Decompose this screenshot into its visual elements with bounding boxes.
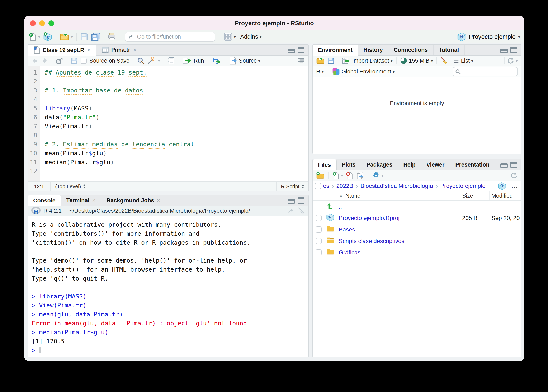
tab-plots[interactable]: Plots xyxy=(337,160,361,170)
breadcrumb-more-button[interactable]: ... xyxy=(508,181,521,191)
column-header-name[interactable]: ▲ Name xyxy=(336,191,461,200)
delete-file-icon[interactable] xyxy=(346,172,353,179)
select-all-checkbox[interactable] xyxy=(315,183,321,189)
print-button[interactable] xyxy=(108,33,116,41)
file-name-link[interactable]: Bases xyxy=(339,226,355,233)
project-caret-icon[interactable]: ▾ xyxy=(518,35,520,39)
minimize-pane-icon[interactable] xyxy=(500,49,508,53)
import-dataset-caret-icon[interactable]: ▾ xyxy=(391,59,393,63)
compile-report-icon[interactable] xyxy=(167,57,175,64)
refresh-files-icon[interactable] xyxy=(510,172,518,179)
files-more-button[interactable]: ▾ xyxy=(372,172,384,180)
new-file-button[interactable]: ▾ xyxy=(28,33,40,41)
file-row-proyecto-ejemplo-rproj[interactable]: RProyecto ejemplo.Rproj205 BSep 20, 20 xyxy=(313,212,521,224)
save-button[interactable] xyxy=(80,33,88,41)
tab-packages[interactable]: Packages xyxy=(361,160,398,170)
tab-terminal[interactable]: Terminal× xyxy=(61,195,101,206)
tab-help[interactable]: Help xyxy=(398,160,421,170)
tab-connections[interactable]: Connections xyxy=(388,45,434,55)
refresh-caret-icon[interactable]: ▾ xyxy=(516,59,518,63)
run-button[interactable]: Run xyxy=(183,57,204,65)
file-row-gr-ficas[interactable]: Gráficas xyxy=(313,247,521,258)
project-menu[interactable]: R Proyecto ejemplo ▾ xyxy=(457,32,520,42)
language-caret-icon[interactable]: ▾ xyxy=(322,70,324,74)
files-more-caret-icon[interactable]: ▾ xyxy=(381,174,384,178)
list-view-caret-icon[interactable]: ▾ xyxy=(471,59,473,63)
file-row-bases[interactable]: Bases xyxy=(313,224,521,235)
filetype-spinner-icon[interactable] xyxy=(302,183,304,190)
tab-history[interactable]: History xyxy=(358,45,388,55)
import-dataset-button[interactable]: Import Dataset ▾ xyxy=(342,57,393,65)
goto-file-function-box[interactable] xyxy=(125,32,215,42)
tab-tutorial[interactable]: Tutorial xyxy=(434,45,465,55)
environment-scope-selector[interactable]: Global Environment ▾ xyxy=(332,67,395,76)
file-checkbox[interactable] xyxy=(316,249,322,255)
close-tab-icon[interactable]: × xyxy=(133,47,137,53)
goto-file-function-input[interactable] xyxy=(137,33,212,40)
new-project-button[interactable]: R xyxy=(43,32,52,41)
environment-search-input[interactable] xyxy=(463,69,515,75)
tab-clase-19-sept-r[interactable]: RClase 19 sept.R× xyxy=(28,45,96,56)
console-output[interactable]: R is a collaborative project with many c… xyxy=(28,216,308,357)
file-name-link[interactable]: Scripts clase descriptivos xyxy=(339,238,404,245)
clear-console-icon[interactable] xyxy=(298,207,305,214)
scope-caret-icon[interactable]: ▾ xyxy=(393,70,395,74)
refresh-environment-icon[interactable] xyxy=(507,57,514,64)
code-tools-icon[interactable] xyxy=(147,57,155,65)
tab-console[interactable]: Console xyxy=(28,195,61,206)
new-blank-file-caret-icon[interactable]: ▾ xyxy=(341,174,343,178)
minimize-pane-icon[interactable] xyxy=(288,199,295,203)
file-name-link[interactable]: Gráficas xyxy=(339,249,360,256)
minimize-pane-icon[interactable] xyxy=(288,49,295,53)
copy-file-icon[interactable] xyxy=(356,172,364,179)
breadcrumb-item-es[interactable]: es xyxy=(323,183,329,189)
save-source-icon[interactable] xyxy=(71,57,78,64)
save-workspace-icon[interactable] xyxy=(327,57,334,64)
filetype-selector[interactable]: R Script xyxy=(276,182,308,191)
breadcrumb-item-bioestad-stica-microbiolog-a[interactable]: Bioestadística Microbiología xyxy=(360,183,433,189)
addins-dropdown[interactable]: Addins ▾ xyxy=(240,33,262,40)
file-checkbox[interactable] xyxy=(316,226,322,232)
memory-caret-icon[interactable]: ▾ xyxy=(431,59,433,63)
tab-viewer[interactable]: Viewer xyxy=(421,160,450,170)
column-header-modified[interactable]: Modified xyxy=(490,193,521,199)
rerun-icon[interactable] xyxy=(212,57,221,65)
new-folder-icon[interactable] xyxy=(316,172,325,179)
load-workspace-icon[interactable] xyxy=(316,57,325,64)
addins-caret-icon[interactable]: ▾ xyxy=(260,35,262,39)
list-view-button[interactable]: List ▾ xyxy=(453,57,473,64)
save-all-button[interactable] xyxy=(91,32,100,41)
source-caret-icon[interactable]: ▾ xyxy=(258,59,260,63)
minimize-window-button[interactable] xyxy=(39,21,45,26)
tab-pima-tr[interactable]: Pima.tr× xyxy=(96,45,142,55)
file-checkbox[interactable] xyxy=(316,238,322,244)
maximize-pane-icon[interactable] xyxy=(510,47,517,53)
file-row-[interactable]: .. xyxy=(313,201,521,212)
source-button[interactable]: Source ▾ xyxy=(229,57,260,65)
column-header-size[interactable]: Size xyxy=(461,191,490,200)
source-on-save-checkbox[interactable] xyxy=(81,58,87,64)
code-tools-caret-icon[interactable]: ▾ xyxy=(158,59,160,63)
new-blank-file-button[interactable]: ▾ xyxy=(332,172,343,179)
tab-files[interactable]: Files xyxy=(313,160,337,170)
maximize-pane-icon[interactable] xyxy=(298,47,305,53)
document-outline-icon[interactable] xyxy=(297,57,305,64)
find-replace-icon[interactable] xyxy=(137,57,144,64)
scope-spinner-icon[interactable] xyxy=(83,183,86,190)
open-file-caret-icon[interactable]: ▾ xyxy=(71,35,73,39)
close-tab-icon[interactable]: × xyxy=(157,197,160,204)
language-selector[interactable]: R ▾ xyxy=(316,69,324,75)
close-tab-icon[interactable]: × xyxy=(87,47,91,54)
clear-environment-icon[interactable] xyxy=(441,57,448,64)
forward-icon[interactable] xyxy=(41,57,48,64)
maximize-pane-icon[interactable] xyxy=(298,197,305,203)
new-file-caret-icon[interactable]: ▾ xyxy=(38,35,40,39)
maximize-pane-icon[interactable] xyxy=(510,162,517,168)
environment-search-box[interactable] xyxy=(453,67,518,76)
breadcrumb-item-proyecto-ejemplo[interactable]: Proyecto ejemplo xyxy=(440,183,485,189)
tab-environment[interactable]: Environment xyxy=(313,45,358,56)
close-window-button[interactable] xyxy=(30,21,36,26)
breadcrumb-item-2022b[interactable]: 2022B xyxy=(336,183,353,189)
file-checkbox[interactable] xyxy=(316,215,322,221)
popout-window-icon[interactable] xyxy=(56,57,63,64)
